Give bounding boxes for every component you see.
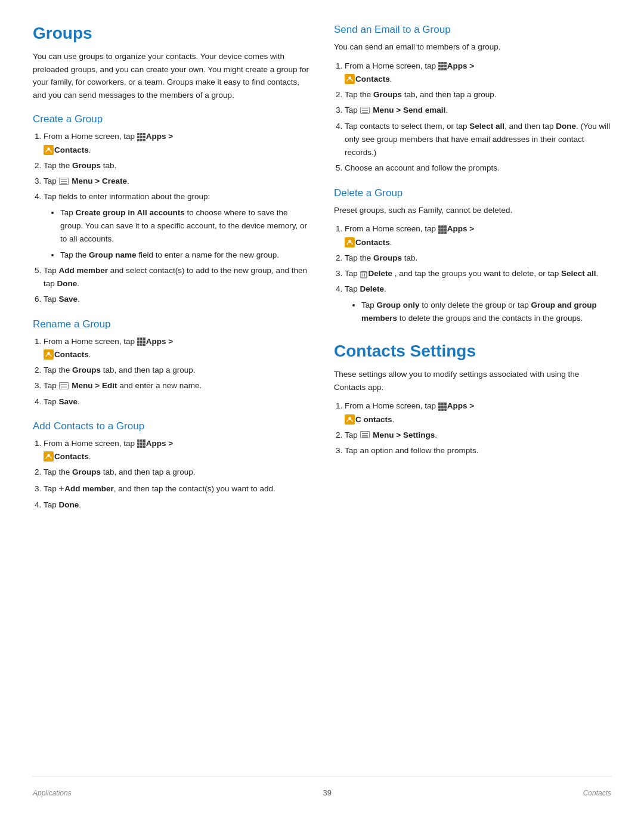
svg-rect-28 — [143, 445, 145, 448]
delete-group-intro: Preset groups, such as Family, cannot be… — [334, 204, 611, 217]
apps-icon — [438, 402, 447, 410]
svg-rect-56 — [444, 402, 447, 405]
contacts-settings-title: Contacts Settings — [334, 342, 611, 361]
list-item: From a Home screen, tap — [44, 335, 310, 362]
apps-icon — [438, 225, 447, 233]
right-column: Send an Email to a Group You can send an… — [334, 24, 611, 776]
contacts-icon — [44, 145, 54, 155]
svg-rect-62 — [444, 408, 447, 411]
svg-rect-37 — [441, 68, 444, 70]
svg-rect-23 — [137, 442, 140, 445]
add-contacts-title: Add Contacts to a Group — [33, 420, 310, 432]
contacts-icon — [345, 237, 355, 247]
svg-rect-21 — [140, 439, 143, 442]
trash-icon — [360, 270, 367, 278]
create-group-steps: From a Home screen, tap — [44, 130, 310, 306]
svg-rect-7 — [140, 139, 143, 141]
svg-rect-24 — [140, 442, 143, 445]
svg-rect-15 — [143, 340, 145, 343]
svg-rect-1 — [140, 133, 143, 135]
list-item: Tap Create group in All accounts to choo… — [60, 206, 310, 246]
plus-icon: + — [59, 481, 64, 496]
svg-rect-12 — [143, 337, 145, 340]
footer-right: Contacts — [583, 789, 611, 797]
rename-group-title: Rename a Group — [33, 318, 310, 330]
list-item: Tap Delete. Tap Group only to only delet… — [345, 283, 611, 325]
list-item: Tap an option and follow the prompts. — [345, 444, 611, 457]
list-item: Tap the Groups tab. — [44, 159, 310, 172]
svg-rect-10 — [137, 337, 140, 340]
svg-rect-57 — [438, 405, 441, 408]
list-item: Tap the Groups tab, and then tap a group… — [345, 88, 611, 101]
rename-group-steps: From a Home screen, tap — [44, 335, 310, 408]
svg-rect-5 — [143, 136, 145, 138]
contacts-icon — [44, 451, 54, 462]
list-item: Tap the Groups tab, and then tap a group… — [44, 364, 310, 377]
svg-rect-8 — [143, 139, 145, 141]
list-item: Tap the Group name field to enter a name… — [60, 249, 310, 262]
contacts-icon — [345, 414, 355, 425]
list-item: Choose an account and follow the prompts… — [345, 162, 611, 175]
svg-rect-43 — [438, 228, 441, 231]
contacts-icon — [44, 349, 54, 360]
svg-rect-14 — [140, 340, 143, 343]
send-email-steps: From a Home screen, tap — [345, 60, 611, 175]
svg-rect-42 — [444, 225, 447, 228]
svg-rect-34 — [441, 65, 444, 67]
svg-rect-32 — [444, 62, 447, 64]
svg-rect-54 — [438, 402, 441, 405]
delete-group-bullets: Tap Group only to only delete the group … — [361, 299, 611, 326]
svg-rect-22 — [143, 439, 145, 442]
svg-rect-18 — [143, 343, 145, 346]
svg-rect-30 — [438, 62, 441, 64]
add-contacts-steps: From a Home screen, tap — [44, 437, 310, 512]
list-item: Tap Menu > Send email. — [345, 104, 611, 117]
svg-rect-26 — [137, 445, 140, 448]
list-item: Tap Menu > Create. — [44, 175, 310, 188]
svg-rect-40 — [438, 225, 441, 228]
menu-icon — [59, 382, 69, 389]
left-column: Groups You can use groups to organize yo… — [33, 24, 310, 776]
apps-icon — [438, 61, 447, 70]
svg-rect-45 — [444, 228, 447, 231]
svg-rect-60 — [438, 408, 441, 411]
apps-icon — [137, 439, 145, 447]
page-footer: Applications 39 Contacts — [33, 776, 611, 797]
svg-rect-61 — [441, 408, 444, 411]
create-group-bullets: Tap Create group in All accounts to choo… — [60, 206, 310, 262]
svg-rect-59 — [444, 405, 447, 408]
svg-rect-47 — [441, 231, 444, 234]
list-item: Tap contacts to select them, or tap Sele… — [345, 120, 611, 160]
svg-rect-17 — [140, 343, 143, 346]
two-column-layout: Groups You can use groups to organize yo… — [33, 24, 611, 776]
svg-rect-48 — [444, 231, 447, 234]
list-item: Tap Menu > Edit and enter a new name. — [44, 379, 310, 392]
delete-group-steps: From a Home screen, tap — [345, 222, 611, 325]
svg-rect-33 — [438, 65, 441, 67]
svg-rect-46 — [438, 231, 441, 234]
svg-rect-36 — [438, 68, 441, 70]
contacts-settings-section: Contacts Settings These settings allow y… — [334, 342, 611, 457]
list-item: Tap +Add member, and then tap the contac… — [44, 482, 310, 497]
svg-rect-35 — [444, 65, 447, 67]
svg-rect-3 — [137, 136, 140, 138]
list-item: From a Home screen, tap — [345, 60, 611, 86]
send-email-title: Send an Email to a Group — [334, 24, 611, 36]
send-email-intro: You can send an email to members of a gr… — [334, 41, 611, 54]
list-item: Tap the Groups tab. — [345, 252, 611, 265]
menu-icon — [360, 431, 370, 438]
list-item: Tap Add member and select contact(s) to … — [44, 264, 310, 291]
list-item: Tap Group only to only delete the group … — [361, 299, 611, 326]
list-item: Tap fields to enter information about th… — [44, 190, 310, 261]
list-item: Tap Delete , and tap the groups you want… — [345, 267, 611, 280]
list-item: Tap Menu > Settings. — [345, 429, 611, 442]
svg-rect-31 — [441, 62, 444, 64]
list-item: From a Home screen, tap — [44, 437, 310, 464]
svg-rect-6 — [137, 139, 140, 141]
svg-rect-55 — [441, 402, 444, 405]
contacts-label: Contacts — [54, 145, 89, 154]
svg-rect-4 — [140, 136, 143, 138]
menu-icon — [59, 178, 69, 185]
svg-rect-25 — [143, 442, 145, 445]
contacts-settings-steps: From a Home screen, tap — [345, 400, 611, 457]
